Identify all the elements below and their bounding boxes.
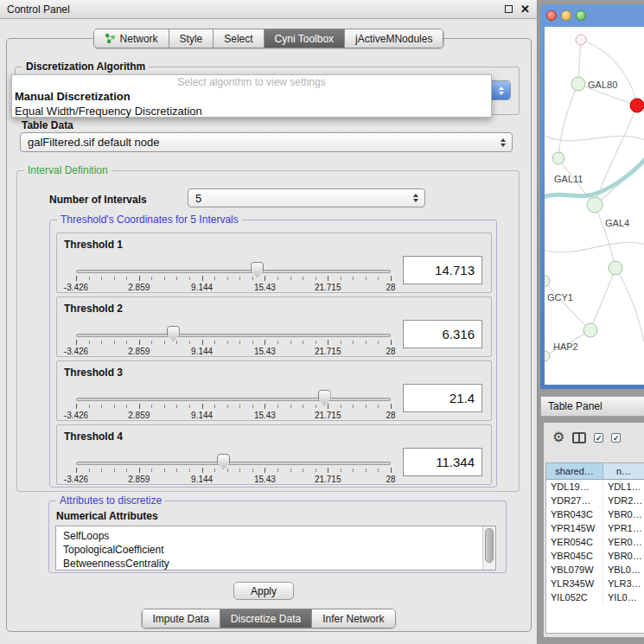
slider-track[interactable]: [76, 270, 391, 273]
combo-stepper-icon: [491, 81, 510, 99]
number-of-intervals-select[interactable]: 5: [188, 188, 425, 207]
table-cell[interactable]: YBL079W: [546, 563, 603, 577]
table-cell[interactable]: YDR2…: [603, 494, 644, 507]
control-panel-titlebar[interactable]: Control Panel ✕: [0, 0, 537, 19]
table-row[interactable]: YLR345WYLR3…: [546, 577, 644, 590]
table-row[interactable]: YPR145WYPR1…: [546, 521, 644, 535]
threshold-label: Threshold 1: [64, 239, 123, 251]
table-cell[interactable]: YER054C: [546, 535, 603, 549]
close-traffic-light-icon[interactable]: [546, 10, 557, 21]
table-cell[interactable]: YBL0…: [603, 563, 644, 577]
tab-style[interactable]: Style: [169, 29, 214, 48]
table-data-select[interactable]: galFiltered.sif default node: [20, 132, 513, 152]
tick-mark: [378, 341, 379, 344]
tab-impute-data[interactable]: Impute Data: [142, 609, 220, 628]
table-cell[interactable]: YIL052C: [546, 590, 603, 604]
zoom-traffic-light-icon[interactable]: [576, 10, 586, 21]
attribute-list-item[interactable]: SelfLoops: [56, 529, 495, 543]
node-gal80: [571, 77, 585, 91]
table-row[interactable]: YBR045CYBR0…: [546, 549, 644, 563]
tick-mark: [252, 469, 253, 472]
table-cell[interactable]: YDR27…: [546, 494, 603, 507]
tab-jactivemodules[interactable]: jActiveMNodules: [345, 29, 443, 48]
node: [609, 261, 622, 275]
column-header-name[interactable]: n…: [603, 463, 644, 480]
tick-mark: [139, 404, 140, 409]
tab-network[interactable]: Network: [94, 29, 169, 48]
tick-mark: [239, 277, 240, 280]
dropdown-option-equal-width[interactable]: Equal Width/Frequency Discretization: [12, 104, 491, 118]
gear-icon[interactable]: ⚙: [552, 430, 564, 444]
table-cell[interactable]: YDL1…: [603, 480, 644, 494]
threshold-value-field[interactable]: 21.4: [403, 384, 482, 412]
scale-label: 9.144: [191, 475, 213, 484]
table-row[interactable]: YER054CYER0…: [546, 535, 644, 549]
tick-mark: [378, 405, 379, 408]
tick-mark: [239, 469, 240, 472]
tick-mark: [214, 469, 215, 472]
checkbox-icon[interactable]: ✓: [594, 433, 603, 443]
tab-select[interactable]: Select: [214, 29, 264, 48]
table-cell[interactable]: YLR345W: [546, 577, 603, 590]
scrollbar-thumb[interactable]: [485, 528, 494, 563]
table-panel-titlebar[interactable]: Table Panel: [540, 396, 644, 417]
threshold-slider[interactable]: -3.4262.8599.14415.4321.71528: [76, 323, 391, 358]
table-cell[interactable]: YBR0…: [603, 549, 644, 563]
minimize-traffic-light-icon[interactable]: [561, 10, 571, 21]
scale-label: 28: [386, 411, 395, 420]
table-cell[interactable]: YPR1…: [603, 521, 644, 535]
threshold-value-field[interactable]: 11.344: [403, 448, 482, 476]
tab-cyni-toolbox[interactable]: Cyni Toolbox: [265, 29, 345, 48]
tick-mark: [366, 405, 367, 408]
table-row[interactable]: YIL052CYIL0…: [546, 590, 644, 604]
close-icon[interactable]: ✕: [520, 3, 530, 15]
columns-icon[interactable]: [572, 432, 586, 443]
threshold-value-field[interactable]: 6.316: [403, 320, 482, 348]
slider-track[interactable]: [76, 334, 391, 337]
table-cell[interactable]: YPR145W: [546, 521, 603, 535]
checkbox-icon[interactable]: ✓: [611, 433, 621, 443]
table-cell[interactable]: YER0…: [603, 535, 644, 549]
threshold-slider[interactable]: -3.4262.8599.14415.4321.71528: [76, 259, 391, 294]
table-cell[interactable]: YIL0…: [603, 590, 644, 604]
tick-mark: [89, 277, 90, 280]
scale-label: -3.426: [64, 347, 88, 356]
tick-mark: [265, 404, 265, 409]
network-graph[interactable]: GAL80 GAL11 GAL4 GCY1 HAP2: [545, 27, 644, 385]
table-row[interactable]: YDL19…YDL1…: [546, 480, 644, 494]
table-row[interactable]: YDR27…YDR2…: [546, 494, 644, 507]
table-cell[interactable]: YLR3…: [603, 577, 644, 590]
table-row[interactable]: YBL079WYBL0…: [546, 563, 644, 577]
apply-button[interactable]: Apply: [233, 582, 294, 600]
tick-mark: [202, 340, 203, 345]
tick-mark: [378, 469, 379, 472]
slider-track[interactable]: [76, 462, 391, 465]
tick-mark: [391, 404, 392, 409]
threshold-slider[interactable]: -3.4262.8599.14415.4321.71528: [76, 387, 391, 422]
attribute-list-item[interactable]: TopologicalCoefficient: [56, 543, 495, 557]
tab-label: Impute Data: [152, 613, 208, 625]
table-cell[interactable]: YBR0…: [603, 507, 644, 521]
slider-track[interactable]: [76, 398, 391, 401]
table-cell[interactable]: YBR043C: [546, 507, 603, 521]
tab-label: Select: [224, 33, 252, 45]
slider-scale-labels: -3.4262.8599.14415.4321.71528: [76, 411, 391, 421]
table-row[interactable]: YBR043CYBR0…: [546, 507, 644, 521]
column-header-shared-name[interactable]: shared…: [546, 463, 603, 480]
group-title: Interval Definition: [24, 164, 112, 176]
table-cell[interactable]: YDL19…: [546, 480, 603, 494]
tab-discretize-data[interactable]: Discretize Data: [220, 609, 312, 628]
network-canvas[interactable]: GAL80 GAL11 GAL4 GCY1 HAP2: [545, 27, 644, 385]
float-window-icon[interactable]: [505, 5, 513, 13]
tick-mark: [341, 277, 341, 280]
node-label: HAP2: [553, 341, 578, 352]
threshold-value-field[interactable]: 14.713: [403, 256, 482, 284]
group-title: Discretization Algorithm: [22, 61, 149, 73]
table-cell[interactable]: YBR045C: [546, 549, 603, 563]
tab-infer-network[interactable]: Infer Network: [312, 609, 394, 628]
vertical-scrollbar[interactable]: [482, 526, 495, 570]
network-view-window[interactable]: GAL80 GAL11 GAL4 GCY1 HAP2: [540, 4, 644, 389]
attribute-list-item[interactable]: BetweennessCentrality: [56, 557, 495, 571]
threshold-slider[interactable]: -3.4262.8599.14415.4321.71528: [76, 451, 391, 486]
dropdown-option-manual-discretization[interactable]: Manual Discretization: [12, 89, 491, 104]
